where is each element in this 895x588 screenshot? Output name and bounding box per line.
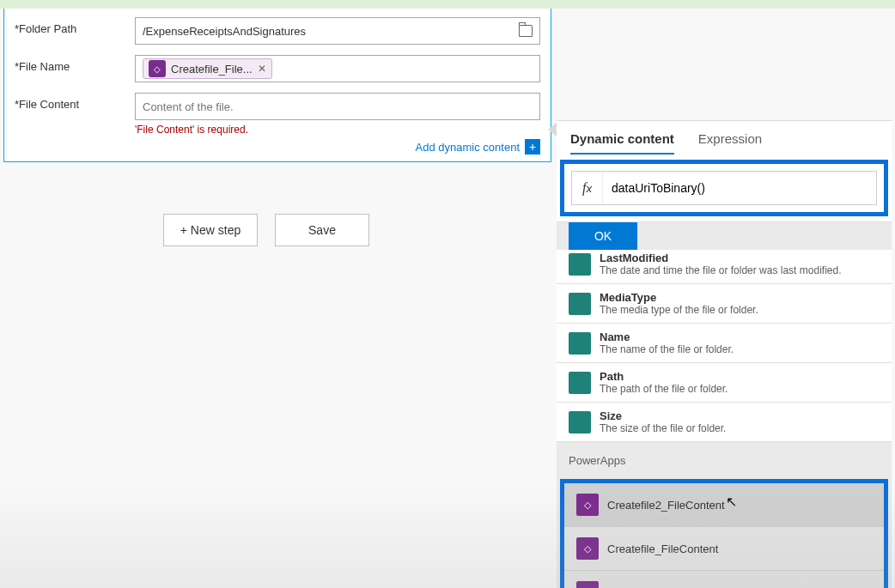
- tab-dynamic-content[interactable]: Dynamic content: [570, 131, 674, 155]
- dyn-desc: The name of the file or folder.: [600, 343, 880, 355]
- connector-icon: [569, 411, 591, 433]
- file-content-error: 'File Content' is required.: [135, 124, 540, 136]
- pa-item-createfile-filecontent[interactable]: ◇ Createfile_FileContent: [564, 527, 884, 571]
- powerapps-icon: ◇: [576, 537, 599, 560]
- connector-icon: [569, 253, 591, 276]
- folder-picker-icon[interactable]: [519, 25, 533, 37]
- pa-item-createfile-filename[interactable]: ◇ Createfile_FileName: [564, 571, 884, 588]
- powerapps-icon: ◇: [576, 494, 599, 516]
- dyn-item-mediatype[interactable]: MediaType The media type of the file or …: [557, 284, 892, 324]
- dynamic-items-list: LastModified The date and time the file …: [557, 250, 892, 442]
- dynamic-content-flyout: Dynamic content Expression fx OK LastMod…: [557, 120, 892, 588]
- pa-item-createfile2-filecontent[interactable]: ◇ Createfile2_FileContent: [564, 483, 884, 527]
- dyn-title: MediaType: [600, 291, 880, 304]
- file-content-label: *File Content: [15, 93, 135, 111]
- dyn-item-lastmodified[interactable]: LastModified The date and time the file …: [557, 250, 892, 284]
- flyout-caret-icon: [548, 123, 557, 136]
- dyn-desc: The media type of the file or folder.: [600, 304, 880, 316]
- filename-token[interactable]: ◇ Createfile_File... ✕: [143, 58, 272, 79]
- dyn-desc: The path of the file or folder.: [600, 383, 880, 395]
- dyn-title: Name: [600, 330, 880, 343]
- folder-path-input[interactable]: /ExpenseReceiptsAndSignatures: [135, 17, 540, 45]
- dyn-desc: The size of the file or folder.: [600, 422, 880, 434]
- add-dynamic-plus-icon[interactable]: +: [525, 139, 540, 155]
- dyn-title: Path: [600, 370, 880, 383]
- powerapps-icon: ◇: [149, 60, 166, 77]
- connector-icon: [569, 332, 591, 355]
- pa-title: Createfile2_FileContent: [607, 499, 872, 512]
- connector-icon: [569, 293, 591, 315]
- dyn-title: LastModified: [600, 252, 880, 264]
- fx-icon: fx: [572, 172, 603, 204]
- powerapps-highlight: ◇ Createfile2_FileContent ◇ Createfile_F…: [560, 479, 888, 588]
- new-step-button[interactable]: + New step: [163, 214, 258, 246]
- dyn-item-path[interactable]: Path The path of the file or folder.: [557, 363, 892, 403]
- dyn-desc: The date and time the file or folder was…: [600, 264, 880, 276]
- powerapps-icon: ◇: [576, 581, 599, 588]
- expression-input[interactable]: [603, 172, 876, 204]
- ok-button[interactable]: OK: [569, 222, 637, 250]
- folder-path-value: /ExpenseReceiptsAndSignatures: [143, 25, 519, 38]
- action-form-panel: *Folder Path /ExpenseReceiptsAndSignatur…: [3, 9, 551, 162]
- file-content-input[interactable]: Content of the file.: [135, 93, 540, 120]
- add-dynamic-content-link[interactable]: Add dynamic content: [416, 141, 520, 154]
- save-button[interactable]: Save: [275, 214, 369, 246]
- dyn-title: Size: [600, 409, 880, 422]
- pa-title: Createfile_FileContent: [607, 543, 872, 555]
- file-content-placeholder: Content of the file.: [143, 100, 533, 113]
- file-name-input[interactable]: ◇ Createfile_File... ✕: [135, 55, 540, 82]
- tab-expression[interactable]: Expression: [698, 131, 762, 155]
- expression-highlight: fx: [560, 160, 888, 216]
- section-powerapps: PowerApps: [557, 442, 892, 476]
- token-text: Createfile_File...: [171, 63, 253, 76]
- token-remove-icon[interactable]: ✕: [258, 63, 266, 75]
- dyn-item-size[interactable]: Size The size of the file or folder.: [557, 403, 892, 442]
- connector-icon: [569, 372, 591, 394]
- dyn-item-name[interactable]: Name The name of the file or folder.: [557, 324, 892, 363]
- file-name-label: *File Name: [15, 55, 135, 73]
- folder-path-label: *Folder Path: [15, 17, 135, 35]
